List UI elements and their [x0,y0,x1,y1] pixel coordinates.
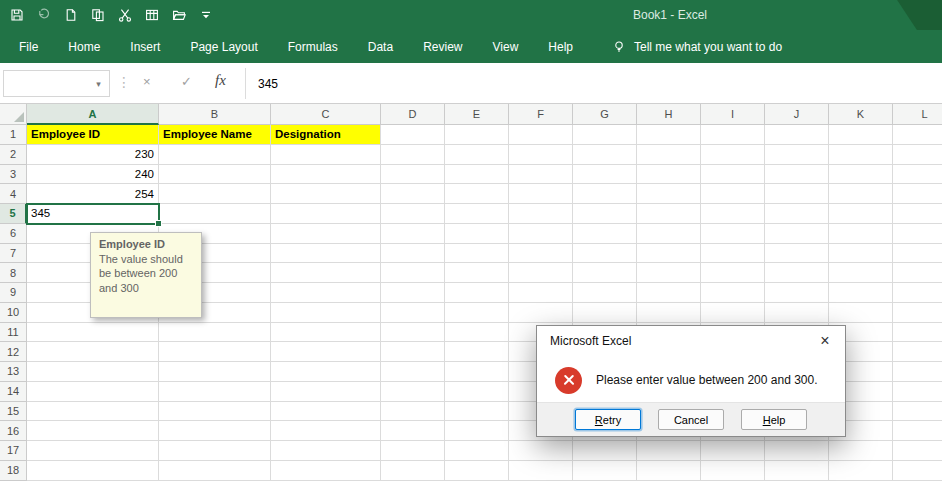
cell-B5[interactable] [159,204,271,224]
cell-J18[interactable] [765,461,829,481]
cell-B13[interactable] [159,362,271,382]
cell-K1[interactable] [829,125,893,145]
cell-B12[interactable] [159,342,271,362]
cell-J9[interactable] [765,283,829,303]
cell-F7[interactable] [509,244,573,264]
cell-K18[interactable] [829,461,893,481]
cell-D4[interactable] [381,184,445,204]
dialog-button-cancel[interactable]: Cancel [658,409,724,430]
name-box[interactable]: ▾ [3,70,110,97]
cell-D11[interactable] [381,323,445,343]
tab-page-layout[interactable]: Page Layout [175,30,272,63]
cell-E18[interactable] [445,461,509,481]
cell-L4[interactable] [893,184,942,204]
cell-E10[interactable] [445,303,509,323]
cell-C8[interactable] [271,263,381,283]
dialog-close-icon[interactable]: × [805,326,845,356]
cell-D13[interactable] [381,362,445,382]
row-header-15[interactable]: 15 [0,402,27,422]
cell-C15[interactable] [271,402,381,422]
cell-D16[interactable] [381,421,445,441]
cell-K3[interactable] [829,165,893,185]
cell-G10[interactable] [573,303,637,323]
cell-B14[interactable] [159,382,271,402]
cancel-entry-icon[interactable]: × [143,74,151,89]
row-header-5[interactable]: 5 [0,204,27,224]
cell-E5[interactable] [445,204,509,224]
tab-formulas[interactable]: Formulas [273,30,353,63]
cell-A13[interactable] [27,362,159,382]
tell-me-box[interactable]: Tell me what you want to do [612,40,782,54]
row-header-8[interactable]: 8 [0,263,27,283]
tab-help[interactable]: Help [533,30,588,63]
cell-D5[interactable] [381,204,445,224]
column-header-K[interactable]: K [829,104,893,125]
cell-L7[interactable] [893,244,942,264]
column-header-F[interactable]: F [509,104,573,125]
formula-input[interactable]: 345 [258,63,458,104]
column-header-C[interactable]: C [271,104,381,125]
cell-L14[interactable] [893,382,942,402]
cell-J5[interactable] [765,204,829,224]
copy-icon[interactable] [91,8,105,22]
cell-H7[interactable] [637,244,701,264]
cell-L10[interactable] [893,303,942,323]
cell-I10[interactable] [701,303,765,323]
cell-G6[interactable] [573,224,637,244]
cell-D10[interactable] [381,303,445,323]
cell-J17[interactable] [765,441,829,461]
cell-J1[interactable] [765,125,829,145]
cell-H5[interactable] [637,204,701,224]
cell-C6[interactable] [271,224,381,244]
cell-B16[interactable] [159,421,271,441]
tab-insert[interactable]: Insert [115,30,175,63]
cell-B4[interactable] [159,184,271,204]
cell-E16[interactable] [445,421,509,441]
cell-A2[interactable]: 230 [27,145,159,165]
cell-G9[interactable] [573,283,637,303]
insert-function-icon[interactable]: fx [215,72,226,89]
tab-home[interactable]: Home [53,30,115,63]
cell-L13[interactable] [893,362,942,382]
cell-I17[interactable] [701,441,765,461]
cell-G18[interactable] [573,461,637,481]
cell-K5[interactable] [829,204,893,224]
cell-C5[interactable] [271,204,381,224]
cell-G3[interactable] [573,165,637,185]
column-header-J[interactable]: J [765,104,829,125]
cell-J10[interactable] [765,303,829,323]
select-all-corner[interactable] [0,104,27,125]
cell-K4[interactable] [829,184,893,204]
name-box-dropdown-icon[interactable]: ▾ [88,71,109,96]
cell-C17[interactable] [271,441,381,461]
cell-E3[interactable] [445,165,509,185]
row-header-4[interactable]: 4 [0,184,27,204]
cell-G7[interactable] [573,244,637,264]
cell-F4[interactable] [509,184,573,204]
cell-L16[interactable] [893,421,942,441]
column-header-E[interactable]: E [445,104,509,125]
column-header-L[interactable]: L [893,104,942,125]
cell-C1[interactable]: Designation [271,125,381,145]
cell-K7[interactable] [829,244,893,264]
row-header-7[interactable]: 7 [0,244,27,264]
row-header-6[interactable]: 6 [0,224,27,244]
cell-D6[interactable] [381,224,445,244]
cell-A3[interactable]: 240 [27,165,159,185]
cell-D18[interactable] [381,461,445,481]
row-header-1[interactable]: 1 [0,125,27,145]
cell-H6[interactable] [637,224,701,244]
column-header-B[interactable]: B [159,104,271,125]
cell-E4[interactable] [445,184,509,204]
row-header-16[interactable]: 16 [0,421,27,441]
cell-G8[interactable] [573,263,637,283]
cell-H9[interactable] [637,283,701,303]
customize-toolbar-icon[interactable] [199,8,213,22]
cell-C4[interactable] [271,184,381,204]
cell-E14[interactable] [445,382,509,402]
cell-E9[interactable] [445,283,509,303]
cell-F2[interactable] [509,145,573,165]
row-header-17[interactable]: 17 [0,441,27,461]
cell-H4[interactable] [637,184,701,204]
cell-F18[interactable] [509,461,573,481]
